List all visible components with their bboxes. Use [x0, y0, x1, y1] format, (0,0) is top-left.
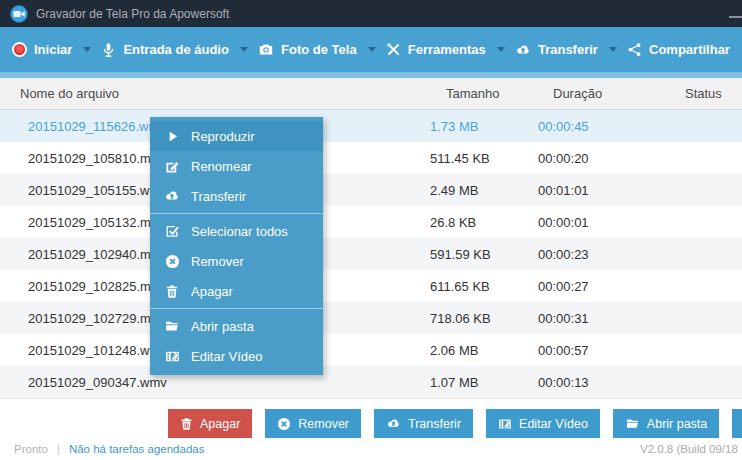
menu-item-label: Selecionar todos	[191, 224, 288, 239]
button-label: Editar Vídeo	[519, 417, 588, 431]
table-row[interactable]: 20151029_101248.wmv 2.06 MB 00:00:57	[0, 334, 742, 366]
toolbar-label: Ferramentas	[408, 42, 486, 57]
menu-item-label: Editar Vídeo	[191, 349, 263, 364]
button-label: Remover	[298, 417, 349, 431]
chevron-down-icon[interactable]	[368, 47, 376, 52]
file-size: 2.49 MB	[430, 183, 535, 198]
column-header-size[interactable]: Tamanho	[430, 86, 535, 101]
abrir-pasta-button[interactable]: Abrir pasta	[613, 409, 719, 438]
minimize-button[interactable]	[729, 16, 742, 18]
rename-icon	[164, 159, 180, 174]
toolbar-button-transferir[interactable]: Transferir	[515, 42, 617, 57]
file-duration: 00:00:01	[535, 215, 667, 230]
chevron-down-icon[interactable]	[497, 47, 505, 52]
toolbar-button-ferramentas[interactable]: Ferramentas	[386, 42, 505, 57]
app-window: Gravador de Tela Pro da Apowersoft Inici…	[0, 0, 742, 460]
status-divider: |	[57, 443, 60, 455]
file-duration: 00:01:01	[535, 183, 667, 198]
column-header-status[interactable]: Status	[667, 86, 742, 101]
reproduzir-button[interactable]: Reproduzir	[732, 409, 742, 438]
status-ready-text: Pronto	[14, 443, 48, 455]
edit-video-icon	[498, 417, 512, 431]
button-label: Abrir pasta	[647, 417, 707, 431]
file-duration: 00:00:20	[535, 151, 667, 166]
file-size: 2.06 MB	[430, 343, 535, 358]
menu-item-transferir[interactable]: Transferir	[150, 181, 323, 211]
menu-item-remover[interactable]: Remover	[150, 246, 323, 276]
button-label: Transferir	[408, 417, 461, 431]
table-row[interactable]: 20151029_105132.mp3 26.8 KB 00:00:01	[0, 206, 742, 238]
toolbar-label: Iniciar	[34, 42, 72, 57]
toolbar-button-compartilhar[interactable]: Compartilhar	[627, 42, 730, 57]
edit-video-icon	[164, 349, 180, 364]
file-table-header: Nome do arquivo Tamanho Duração Status	[0, 78, 742, 110]
record-icon	[12, 42, 27, 57]
file-list: 20151029_115626.wmv 1.73 MB 00:00:45 201…	[0, 110, 742, 399]
microphone-icon	[101, 42, 116, 58]
file-name: 20151029_090347.wmv	[0, 375, 430, 390]
menu-item-apagar[interactable]: Apagar	[150, 276, 323, 306]
main-toolbar: Iniciar Entrada de áudio	[0, 27, 742, 72]
table-row[interactable]: 20151029_102825.mp3 611.65 KB 00:00:27	[0, 270, 742, 302]
file-size: 1.07 MB	[430, 375, 535, 390]
remove-icon	[277, 417, 291, 431]
column-header-name[interactable]: Nome do arquivo	[0, 86, 430, 101]
toolbar-button-entrada-de-audio[interactable]: Entrada de áudio	[101, 42, 247, 58]
remove-icon	[164, 254, 180, 269]
checkbox-icon	[164, 224, 180, 239]
context-menu: Reproduzir Renomear Transferir	[150, 117, 323, 375]
cloud-upload-icon	[386, 417, 401, 430]
file-size: 591.59 KB	[430, 247, 535, 262]
table-row[interactable]: 20151029_105155.wmv 2.49 MB 00:01:01	[0, 174, 742, 206]
table-row[interactable]: 20151029_102940.mp3 591.59 KB 00:00:23	[0, 238, 742, 270]
toolbar-label: Entrada de áudio	[123, 42, 228, 57]
table-row[interactable]: 20151029_102729.mp3 718.06 KB 00:00:31	[0, 302, 742, 334]
apagar-button[interactable]: Apagar	[168, 409, 252, 438]
menu-item-reproduzir[interactable]: Reproduzir	[150, 121, 323, 151]
share-icon	[627, 42, 642, 57]
table-row[interactable]: 20151029_090347.wmv 1.07 MB 00:00:13	[0, 366, 742, 398]
status-bar: Pronto | Não há tarefas agendadas V2.0.8…	[0, 438, 742, 460]
chevron-down-icon[interactable]	[609, 47, 617, 52]
cloud-upload-icon	[164, 189, 180, 203]
scheduled-tasks-link[interactable]: Não há tarefas agendadas	[69, 443, 205, 455]
file-size: 611.65 KB	[430, 279, 535, 294]
editar-video-button[interactable]: Editar Vídeo	[486, 409, 600, 438]
menu-item-renomear[interactable]: Renomear	[150, 151, 323, 181]
file-size: 1.73 MB	[430, 119, 535, 134]
file-duration: 00:00:31	[535, 311, 667, 326]
menu-item-editar-video[interactable]: Editar Vídeo	[150, 341, 323, 371]
menu-item-label: Reproduzir	[191, 129, 255, 144]
toolbar-button-iniciar[interactable]: Iniciar	[12, 42, 91, 57]
toolbar-button-foto-de-tela[interactable]: Foto de Tela	[258, 42, 376, 57]
transferir-button[interactable]: Transferir	[374, 409, 473, 438]
toolbar-label: Compartilhar	[649, 42, 730, 57]
menu-item-label: Abrir pasta	[191, 319, 254, 334]
chevron-down-icon[interactable]	[240, 47, 248, 52]
file-size: 26.8 KB	[430, 215, 535, 230]
tools-icon	[386, 42, 401, 57]
file-duration: 00:00:27	[535, 279, 667, 294]
chevron-down-icon[interactable]	[83, 47, 91, 52]
table-row[interactable]: 20151029_105810.mp3 511.45 KB 00:00:20	[0, 142, 742, 174]
play-icon	[164, 130, 180, 143]
file-duration: 00:00:45	[535, 119, 667, 134]
action-bar: Apagar Remover Transferir	[168, 409, 742, 438]
file-duration: 00:00:23	[535, 247, 667, 262]
version-text: V2.0.8 (Build 09/18	[640, 443, 738, 455]
menu-item-label: Remover	[191, 254, 244, 269]
column-header-duration[interactable]: Duração	[535, 86, 667, 101]
app-logo-icon	[10, 5, 28, 23]
menu-item-abrir-pasta[interactable]: Abrir pasta	[150, 311, 323, 341]
trash-icon	[164, 284, 180, 299]
file-size: 718.06 KB	[430, 311, 535, 326]
menu-separator	[150, 308, 323, 309]
remover-button[interactable]: Remover	[265, 409, 361, 438]
title-bar: Gravador de Tela Pro da Apowersoft	[0, 0, 742, 27]
menu-item-selecionar-todos[interactable]: Selecionar todos	[150, 216, 323, 246]
file-duration: 00:00:57	[535, 343, 667, 358]
folder-icon	[625, 417, 640, 430]
menu-item-label: Transferir	[191, 189, 246, 204]
menu-item-label: Apagar	[191, 284, 233, 299]
table-row[interactable]: 20151029_115626.wmv 1.73 MB 00:00:45	[0, 110, 742, 142]
